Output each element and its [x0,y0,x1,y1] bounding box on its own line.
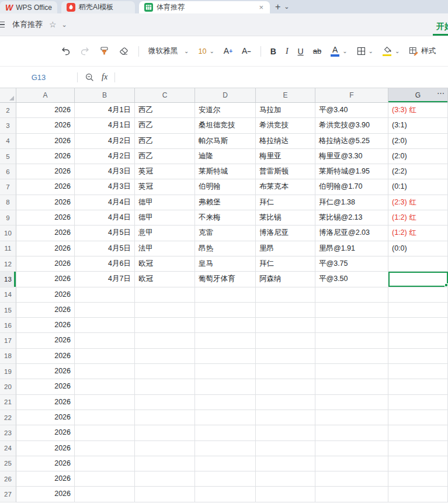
cell-C17[interactable] [135,333,195,348]
cell-C13[interactable]: 欧冠 [135,272,195,287]
row-header-25[interactable]: 25 [0,456,16,471]
column-header-b[interactable]: B [75,88,135,102]
cell-A26[interactable]: 2026 [16,471,75,487]
cell-C25[interactable] [135,456,195,471]
cell-A21[interactable]: 2026 [16,395,75,410]
row-header-2[interactable]: 2 [0,103,16,118]
cell-B7[interactable]: 4月3日 [75,179,135,195]
cell-C26[interactable] [135,471,195,487]
cell-G9[interactable]: (1:2) 红 [388,210,448,226]
cell-B26[interactable] [75,471,135,487]
cell-E4[interactable]: 格拉纳达 [256,134,315,149]
cell-E20[interactable] [256,379,315,394]
ribbon-tab-home[interactable]: 开始 [436,22,448,32]
cell-F12[interactable]: 平@3.75 [315,256,388,272]
cell-A25[interactable]: 2026 [16,456,75,471]
new-tab-button[interactable]: + [275,0,280,13]
cell-E21[interactable] [256,395,315,410]
cell-G27[interactable] [388,487,448,502]
cell-D27[interactable] [195,487,256,502]
close-icon[interactable]: × [258,3,265,12]
fill-handle[interactable] [444,283,448,287]
cell-B5[interactable]: 4月2日 [75,149,135,164]
cell-G7[interactable]: (0:1) [388,179,448,195]
cell-E6[interactable]: 普雷斯顿 [256,164,315,179]
cell-C14[interactable] [135,287,195,303]
increase-font-button[interactable]: A+ [224,47,232,55]
cell-styles-button[interactable]: 样式 [409,46,436,56]
cell-D24[interactable] [195,441,256,456]
cell-A18[interactable]: 2026 [16,349,75,364]
cell-E23[interactable] [256,425,315,440]
row-header-15[interactable]: 15 [0,303,16,318]
cell-C18[interactable] [135,349,195,364]
cell-E10[interactable]: 博洛尼亚 [256,226,315,241]
decrease-font-button[interactable]: A− [242,47,251,55]
cell-D10[interactable]: 克雷 [195,226,256,241]
cell-E3[interactable]: 希洪竞技 [256,118,315,133]
cell-B18[interactable] [75,349,135,364]
cell-D9[interactable]: 不来梅 [195,210,256,226]
cell-D23[interactable] [195,425,256,440]
cell-F14[interactable] [315,287,388,303]
cell-G15[interactable] [388,303,448,318]
cell-A9[interactable]: 2026 [16,210,75,226]
cell-C12[interactable]: 欧冠 [135,256,195,272]
cell-D18[interactable] [195,349,256,364]
row-header-8[interactable]: 8 [0,195,16,210]
cell-F20[interactable] [315,379,388,394]
column-header-d[interactable]: D [195,88,256,102]
cell-A16[interactable]: 2026 [16,318,75,333]
column-header-e[interactable]: E [256,88,315,102]
cell-G6[interactable]: (2:2) [388,164,448,179]
cell-B13[interactable]: 4月7日 [75,272,135,287]
row-header-13[interactable]: 13 [0,272,16,287]
cell-C3[interactable]: 西乙 [135,118,195,133]
cell-F4[interactable]: 格拉纳达@5.25 [315,134,388,149]
title-chevron-icon[interactable]: ⌄ [62,21,67,29]
tab-sheet-active[interactable]: 体育推荐 × [139,1,270,13]
cell-G22[interactable] [388,410,448,425]
row-header-10[interactable]: 10 [0,226,16,241]
cell-E11[interactable]: 里昂 [256,241,315,256]
cell-A20[interactable]: 2026 [16,379,75,394]
redo-button[interactable] [80,46,90,56]
cell-G19[interactable] [388,364,448,379]
tab-wps-office[interactable]: W WPS Office [0,1,57,13]
cell-E13[interactable]: 阿森纳 [256,272,315,287]
row-header-4[interactable]: 4 [0,134,16,149]
cell-G25[interactable] [388,456,448,471]
cell-E15[interactable] [256,303,315,318]
cell-G2[interactable]: (3:3) 红 [388,103,448,118]
cell-G16[interactable] [388,318,448,333]
cell-G5[interactable]: (2:0) [388,149,448,164]
cell-E2[interactable]: 马拉加 [256,103,315,118]
cell-C10[interactable]: 意甲 [135,226,195,241]
cell-D22[interactable] [195,410,256,425]
cell-A14[interactable]: 2026 [16,287,75,303]
tab-list-chevron-icon[interactable]: ⌄ [284,0,289,13]
cell-D15[interactable] [195,303,256,318]
cell-G11[interactable]: (0:0) [388,241,448,256]
cell-G10[interactable]: (1:2) 红 [388,226,448,241]
cell-A11[interactable]: 2026 [16,241,75,256]
cell-F10[interactable]: 博洛尼亚@2.03 [315,226,388,241]
row-header-19[interactable]: 19 [0,364,16,379]
cell-F8[interactable]: 拜仁@1.38 [315,195,388,210]
borders-button[interactable]: ⌄ [357,47,373,55]
row-header-17[interactable]: 17 [0,333,16,348]
cell-C5[interactable]: 西乙 [135,149,195,164]
cell-A5[interactable]: 2026 [16,149,75,164]
cell-C7[interactable]: 英冠 [135,179,195,195]
strikethrough-button[interactable]: ab [313,47,321,55]
cell-B19[interactable] [75,364,135,379]
cell-E19[interactable] [256,364,315,379]
cell-A2[interactable]: 2026 [16,103,75,118]
cell-F16[interactable] [315,318,388,333]
cell-C8[interactable]: 德甲 [135,195,195,210]
cell-E8[interactable]: 拜仁 [256,195,315,210]
font-color-button[interactable]: A ⌄ [331,46,347,57]
cell-B14[interactable] [75,287,135,303]
cell-B9[interactable]: 4月4日 [75,210,135,226]
cell-B20[interactable] [75,379,135,394]
